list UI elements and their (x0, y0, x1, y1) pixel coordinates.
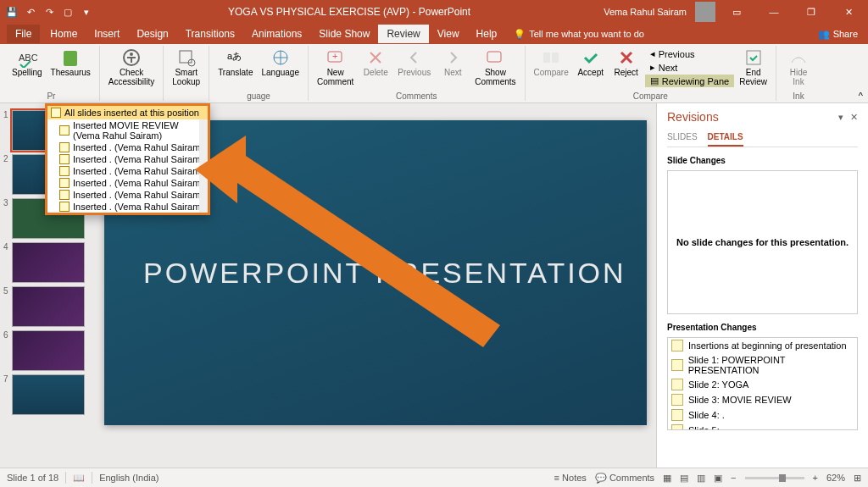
revisions-title: Revisions (667, 110, 832, 124)
spell-check-icon[interactable]: 📖 (73, 473, 85, 484)
slide-counter[interactable]: Slide 1 of 18 (7, 473, 58, 483)
presentation-change-item[interactable]: Slide 4: . (668, 407, 857, 423)
collapse-ribbon-icon[interactable]: ^ (859, 91, 863, 101)
reading-view-icon[interactable]: ▥ (697, 473, 705, 484)
presentation-change-item[interactable]: Slide 1: POWERPOINT PRESENTATION (668, 353, 857, 377)
prev-icon: ◂ (650, 48, 655, 59)
end-review-icon (743, 47, 764, 68)
ribbon-display-icon[interactable]: ▭ (721, 3, 753, 20)
tab-transitions[interactable]: Transitions (177, 25, 243, 43)
accept-button[interactable]: Accept (574, 46, 608, 79)
next-icon (442, 47, 463, 68)
reviewing-pane-button[interactable]: ▤Reviewing Pane (645, 75, 735, 87)
save-icon[interactable]: 💾 (3, 3, 20, 20)
minimize-icon[interactable]: — (758, 3, 790, 20)
check-accessibility-button[interactable]: Check Accessibility (105, 46, 158, 88)
zoom-out-icon[interactable]: − (731, 473, 736, 483)
revision-popup[interactable]: All slides inserted at this position Ins… (45, 103, 210, 215)
reject-button[interactable]: Reject (609, 46, 643, 79)
tab-review[interactable]: Review (378, 25, 428, 43)
ink-icon (788, 47, 809, 68)
previous-change-button[interactable]: ◂Previous (645, 47, 735, 60)
popup-item[interactable]: Inserted . (Vema Rahul Sairam) (47, 153, 208, 165)
slide-changes-label: Slide Changes (667, 156, 858, 165)
popup-header[interactable]: All slides inserted at this position (47, 106, 208, 119)
svg-rect-10 (487, 52, 501, 62)
revisions-tab-slides[interactable]: SLIDES (667, 129, 698, 147)
undo-icon[interactable]: ↶ (22, 3, 39, 20)
popup-item[interactable]: Inserted . (Vema Rahul Sairam) (47, 141, 208, 153)
popup-item[interactable]: Inserted MOVIE REVIEW (Vema Rahul Sairam… (47, 119, 208, 141)
close-icon[interactable]: ✕ (832, 3, 865, 20)
language-button[interactable]: Language (258, 46, 303, 79)
delete-comment-button[interactable]: Delete (359, 46, 392, 79)
tab-slideshow[interactable]: Slide Show (310, 25, 378, 43)
start-from-beginning-icon[interactable]: ▢ (59, 3, 76, 20)
slide-thumbnail[interactable] (12, 330, 85, 371)
end-review-button[interactable]: End Review (736, 46, 771, 88)
slide-title[interactable]: POWERPOINT PRESENTATION (143, 257, 626, 290)
presentation-change-item[interactable]: Slide 5: . (668, 423, 857, 430)
presentation-change-item[interactable]: Slide 2: YOGA (668, 377, 857, 392)
tab-view[interactable]: View (429, 25, 468, 43)
slide-changes-box: No slide changes for this presentation. (667, 170, 858, 314)
tab-animations[interactable]: Animations (243, 25, 310, 43)
zoom-in-icon[interactable]: + (813, 473, 818, 483)
slideshow-view-icon[interactable]: ▣ (714, 473, 722, 484)
translate-button[interactable]: aあTranslate (214, 46, 256, 79)
show-comments-button[interactable]: Show Comments (471, 46, 519, 88)
slide-thumbnail[interactable] (12, 374, 85, 415)
new-comment-button[interactable]: +New Comment (314, 46, 357, 88)
ribbon-tabs: File Home Insert Design Transitions Anim… (0, 24, 868, 44)
close-pane-icon[interactable]: ✕ (850, 112, 858, 123)
sorter-view-icon[interactable]: ▤ (680, 473, 688, 484)
redo-icon[interactable]: ↷ (41, 3, 58, 20)
zoom-slider[interactable] (745, 477, 804, 479)
popup-item[interactable]: Inserted . (Vema Rahul Sairam) (47, 165, 208, 177)
presentation-change-item[interactable]: Slide 3: MOVIE REVIEW (668, 392, 857, 407)
tab-insert[interactable]: Insert (86, 25, 128, 43)
next-change-button[interactable]: ▸Next (645, 61, 735, 74)
zoom-level[interactable]: 62% (826, 473, 845, 483)
share-button[interactable]: 👥Share (818, 29, 858, 40)
svg-text:ABC: ABC (19, 53, 37, 63)
thesaurus-button[interactable]: Thesaurus (47, 46, 94, 79)
tab-help[interactable]: Help (468, 25, 506, 43)
popup-item[interactable]: Inserted . (Vema Rahul Sairam) (47, 189, 208, 201)
spelling-button[interactable]: ABCSpelling (8, 46, 46, 79)
dropdown-icon[interactable]: ▾ (838, 112, 843, 123)
comments-button[interactable]: 💬 Comments (595, 473, 654, 484)
qat-dropdown-icon[interactable]: ▾ (78, 3, 95, 20)
smart-lookup-button[interactable]: Smart Lookup (169, 46, 203, 88)
user-name[interactable]: Vema Rahul Sairam (604, 7, 687, 17)
previous-comment-button[interactable]: Previous (394, 46, 434, 79)
revisions-tab-details[interactable]: DETAILS (708, 129, 743, 147)
tab-file[interactable]: File (7, 25, 40, 43)
maximize-icon[interactable]: ❐ (795, 3, 827, 20)
slide-thumbnail[interactable] (12, 242, 85, 283)
fit-to-window-icon[interactable]: ⊞ (854, 473, 861, 484)
popup-scrollbar[interactable] (199, 119, 208, 213)
presentation-changes-list[interactable]: Insertions at beginning of presentation … (667, 337, 858, 430)
tell-me[interactable]: 💡Tell me what you want to do (514, 29, 644, 40)
share-icon: 👥 (818, 29, 830, 40)
svg-rect-4 (180, 51, 192, 63)
show-comments-icon (485, 47, 505, 68)
notes-button[interactable]: ≡ Notes (554, 473, 587, 483)
language-status[interactable]: English (India) (99, 473, 159, 483)
reject-icon (616, 47, 637, 68)
normal-view-icon[interactable]: ▦ (663, 473, 671, 484)
compare-button[interactable]: Compare (531, 46, 572, 79)
popup-item[interactable]: Inserted . (Vema Rahul Sairam) (47, 177, 208, 189)
presentation-changes-label: Presentation Changes (667, 323, 858, 332)
language-icon (270, 47, 291, 68)
popup-item[interactable]: Inserted . (Vema Rahul Sairam) (47, 201, 208, 213)
tab-home[interactable]: Home (42, 25, 86, 43)
tab-design[interactable]: Design (128, 25, 176, 43)
slide-thumbnail[interactable] (12, 286, 85, 327)
next-comment-button[interactable]: Next (436, 46, 470, 79)
avatar[interactable] (695, 2, 715, 22)
hide-ink-button[interactable]: Hide Ink (782, 46, 815, 88)
thesaurus-icon (60, 47, 81, 68)
presentation-change-item[interactable]: Insertions at beginning of presentation (668, 338, 857, 353)
